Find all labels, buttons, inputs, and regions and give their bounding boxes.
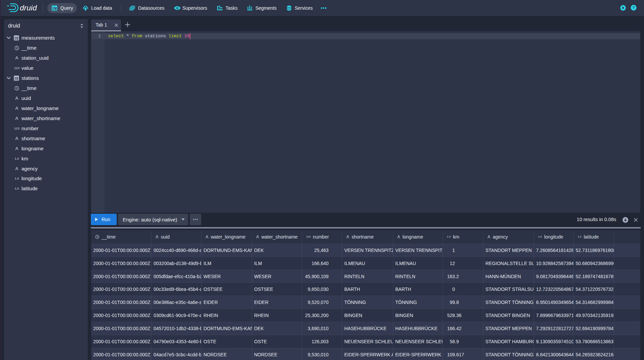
- svg-text:?: ?: [632, 6, 635, 10]
